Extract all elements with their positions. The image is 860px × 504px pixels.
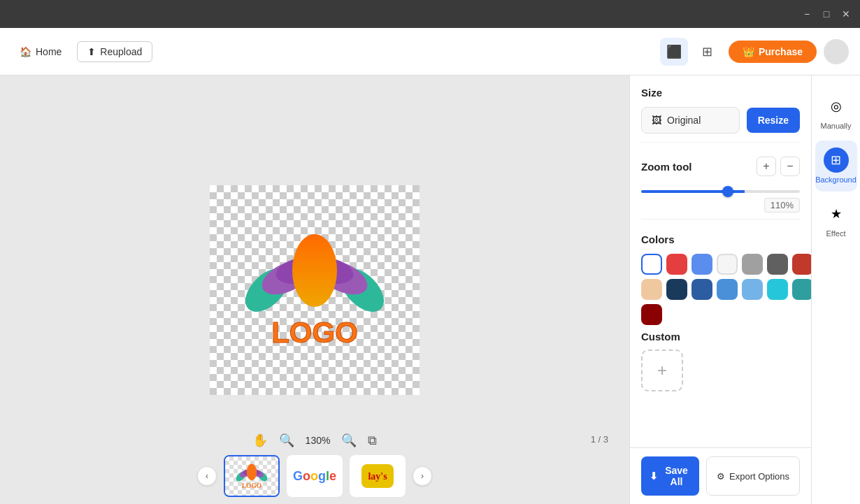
custom-title: Custom — [641, 331, 800, 343]
purchase-label: Purchase — [759, 46, 803, 57]
sidebar-item-manually[interactable]: ◎ Manually — [815, 87, 857, 138]
color-swatch-blue3[interactable] — [742, 279, 763, 300]
settings-icon: ⚙ — [717, 471, 725, 482]
thumb-lays-content: lay's — [359, 462, 396, 490]
original-label: Original — [667, 115, 701, 126]
maximize-button[interactable]: □ — [819, 7, 833, 21]
zoom-out-button[interactable]: 🔍 — [279, 433, 294, 448]
page-total: 3 — [603, 434, 608, 445]
toolbar: 🏠 Home ⬆ Reupload ⬛ ⊞ 👑 Purchase — [0, 28, 860, 75]
view-buttons: ⬛ ⊞ — [660, 38, 722, 66]
content-area: LOGO ✋ 🔍 130% 🔍 ⧉ 1 / 3 ‹ — [0, 75, 860, 504]
fit-button[interactable]: ⧉ — [368, 433, 377, 448]
thumb-next-button[interactable]: › — [413, 466, 432, 486]
color-swatch-blue2[interactable] — [717, 279, 738, 300]
close-button[interactable]: ✕ — [839, 7, 853, 21]
size-title: Size — [641, 87, 800, 99]
effect-icon: ★ — [824, 201, 849, 226]
color-swatch-crimson[interactable] — [641, 304, 662, 325]
color-swatch-white[interactable] — [641, 254, 662, 275]
thumb-google-inner: Google — [288, 456, 341, 496]
zoom-slider[interactable] — [641, 190, 800, 193]
color-swatch-blue-mid[interactable] — [691, 279, 712, 300]
view-grid-button[interactable]: ⊞ — [694, 38, 722, 66]
thumbnail-logo[interactable]: LOGO — [224, 455, 280, 497]
manually-label: Manually — [820, 122, 851, 131]
svg-text:LOGO: LOGO — [271, 316, 358, 349]
thumb-logo-svg: LOGO — [231, 461, 273, 492]
color-swatch-blue-light[interactable] — [691, 254, 712, 275]
color-swatch-peach[interactable] — [641, 279, 662, 300]
colors-title: Colors — [641, 233, 800, 245]
page-current: 1 — [591, 434, 596, 445]
svg-text:LOGO: LOGO — [242, 482, 261, 489]
custom-add-button[interactable]: + — [641, 350, 683, 391]
crown-icon: 👑 — [743, 46, 754, 57]
thumbnail-google[interactable]: Google — [287, 455, 343, 497]
thumb-prev-button[interactable]: ‹ — [197, 466, 217, 486]
zoom-percent-display: 110% — [641, 200, 800, 210]
right-panel: Size 🖼 Original Resize Zoom tool + − — [629, 75, 811, 504]
original-button[interactable]: 🖼 Original — [641, 107, 740, 134]
divider-1 — [641, 142, 800, 143]
svg-text:lay's: lay's — [368, 471, 387, 482]
image-icon: 🖼 — [652, 115, 661, 126]
sidebar-item-effect[interactable]: ★ Effect — [815, 194, 857, 245]
color-swatch-gray-dark[interactable] — [767, 254, 788, 275]
thumbnail-lays[interactable]: lay's — [350, 455, 406, 497]
home-button[interactable]: 🏠 Home — [11, 42, 70, 62]
colors-section: Colors — [630, 222, 811, 331]
save-all-button[interactable]: ⬇ Save All — [641, 456, 699, 496]
reupload-button[interactable]: ⬆ Reupload — [77, 41, 152, 62]
save-export-row: ⬇ Save All ⚙ Export Options — [630, 447, 811, 504]
color-swatch-navy[interactable] — [666, 279, 687, 300]
minimize-button[interactable]: − — [800, 7, 814, 21]
zoom-percent-value: 110% — [764, 198, 800, 213]
manually-icon: ◎ — [824, 94, 849, 119]
thumb-logo-inner: LOGO — [225, 456, 278, 496]
home-icon: 🏠 — [20, 46, 31, 57]
save-label: Save All — [662, 465, 691, 487]
background-icon: ⊞ — [824, 147, 849, 173]
avatar[interactable] — [824, 39, 849, 64]
export-button[interactable]: ⚙ Export Options — [706, 456, 800, 496]
zoom-add-button[interactable]: + — [757, 157, 776, 176]
upload-icon: ⬆ — [87, 46, 96, 57]
purchase-button[interactable]: 👑 Purchase — [729, 41, 817, 63]
zoom-display: 130% — [306, 435, 331, 446]
divider-2 — [641, 219, 800, 219]
resize-button[interactable]: Resize — [747, 108, 800, 133]
color-swatch-red-dark[interactable] — [792, 254, 811, 275]
canvas: LOGO — [210, 185, 420, 395]
zoom-buttons: + − — [757, 157, 800, 176]
download-icon: ⬇ — [650, 470, 658, 482]
color-swatch-gray-light[interactable] — [742, 254, 763, 275]
view-single-button[interactable]: ⬛ — [660, 38, 688, 66]
zoom-tool-row: Zoom tool + − — [641, 157, 800, 176]
zoom-minus-button[interactable]: − — [780, 157, 800, 176]
canvas-area: LOGO ✋ 🔍 130% 🔍 ⧉ 1 / 3 ‹ — [0, 75, 629, 504]
color-swatch-teal[interactable] — [792, 279, 811, 300]
pan-tool-button[interactable]: ✋ — [252, 433, 268, 448]
lays-svg: lay's — [360, 463, 395, 489]
color-swatch-red[interactable] — [666, 254, 687, 275]
size-section: Size 🖼 Original Resize — [630, 75, 811, 139]
custom-section: Custom + — [630, 331, 811, 403]
zoom-slider-container — [641, 183, 800, 196]
background-label: Background — [815, 175, 857, 185]
titlebar: − □ ✕ — [0, 0, 860, 28]
color-swatch-white2[interactable] — [717, 254, 738, 275]
page-count: 1 / 3 — [591, 434, 608, 445]
zoom-title: Zoom tool — [641, 161, 691, 173]
export-label: Export Options — [729, 471, 789, 482]
zoom-section: Zoom tool + − 110% — [630, 145, 811, 216]
effect-label: Effect — [826, 229, 846, 238]
zoom-in-button[interactable]: 🔍 — [341, 433, 357, 448]
page-separator: / — [599, 434, 603, 445]
sidebar-item-background[interactable]: ⊞ Background — [815, 141, 857, 192]
bottom-toolbar: ✋ 🔍 130% 🔍 ⧉ — [252, 433, 378, 448]
thumb-lays-inner: lay's — [351, 456, 404, 496]
home-label: Home — [36, 46, 62, 57]
svg-point-14 — [247, 463, 257, 480]
color-swatch-cyan[interactable] — [767, 279, 788, 300]
